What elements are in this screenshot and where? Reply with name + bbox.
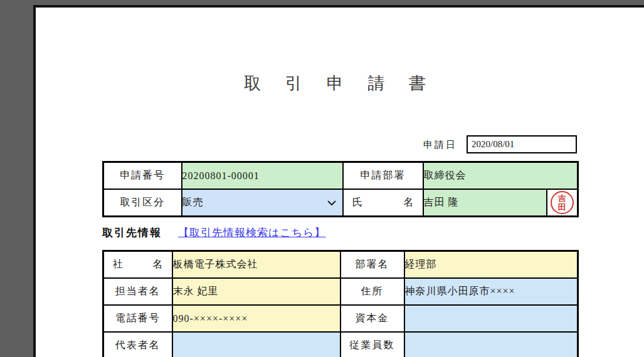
applicant-table: 申請番号 20200801-00001 申請部署 取締役会 取引区分 販売 氏名… <box>102 161 579 217</box>
contact-name-field[interactable]: 末永 妃里 <box>172 278 340 305</box>
partner-info-heading: 取引先情報 <box>102 227 162 239</box>
table-row: 申請番号 20200801-00001 申請部署 取締役会 <box>103 162 578 190</box>
table-row: 電話番号 090-××××-×××× 資本金 <box>103 305 578 332</box>
table-row: 社名 板橋電子株式会社 部署名 経理部 <box>103 251 578 279</box>
address-label: 住所 <box>340 278 404 305</box>
partner-info-header: 取引先情報【取引先情報検索はこちら】 <box>102 225 326 240</box>
hanko-stamp-icon: 吉 田 <box>551 191 574 214</box>
transaction-category-label: 取引区分 <box>103 189 182 217</box>
capital-label: 資本金 <box>340 305 404 332</box>
capital-field[interactable] <box>404 305 578 332</box>
department-name-field[interactable]: 経理部 <box>404 251 578 279</box>
partner-search-link[interactable]: 【取引先情報検索はこちら】 <box>178 227 326 239</box>
application-date-input[interactable]: 2020/08/01 <box>467 135 577 153</box>
application-number-label: 申請番号 <box>103 162 182 190</box>
chevron-down-icon <box>327 200 336 206</box>
employee-count-field[interactable] <box>404 332 578 357</box>
department-name-label: 部署名 <box>340 251 404 279</box>
document-page: 取 引 申 請 書 申請日 2020/08/01 申請番号 20200801-0… <box>33 5 644 357</box>
representative-name-field[interactable] <box>172 332 340 357</box>
employee-count-label: 従業員数 <box>340 332 404 357</box>
transaction-category-value: 販売 <box>182 197 204 207</box>
table-row: 担当者名 末永 妃里 住所 神奈川県小田原市×××× <box>103 278 578 305</box>
page-title: 取 引 申 請 書 <box>36 72 644 95</box>
hanko-char-top: 吉 <box>558 194 566 203</box>
application-date-label: 申請日 <box>423 139 457 151</box>
table-row: 代表者名 従業員数 <box>103 332 578 357</box>
representative-name-label: 代表者名 <box>103 332 172 357</box>
application-department-field[interactable]: 取締役会 <box>423 162 578 190</box>
applicant-name-field[interactable]: 吉田 隆 <box>423 189 547 217</box>
contact-name-label: 担当者名 <box>103 278 172 305</box>
application-department-label: 申請部署 <box>343 162 423 190</box>
partner-table: 社名 板橋電子株式会社 部署名 経理部 担当者名 末永 妃里 住所 神奈川県小田… <box>102 250 579 357</box>
address-field[interactable]: 神奈川県小田原市×××× <box>404 278 578 305</box>
table-row: 取引区分 販売 氏名 吉田 隆 吉 田 <box>103 189 578 217</box>
application-date-value: 2020/08/01 <box>472 139 514 149</box>
company-name-label: 社名 <box>103 251 172 279</box>
applicant-name-label: 氏名 <box>343 189 423 217</box>
company-name-field[interactable]: 板橋電子株式会社 <box>172 251 340 279</box>
stamp-cell: 吉 田 <box>547 189 578 217</box>
application-number-field[interactable]: 20200801-00001 <box>182 162 343 190</box>
transaction-category-select[interactable]: 販売 <box>182 189 343 217</box>
phone-number-field[interactable]: 090-××××-×××× <box>172 305 340 332</box>
hanko-char-bottom: 田 <box>558 203 566 212</box>
phone-number-label: 電話番号 <box>103 305 172 332</box>
